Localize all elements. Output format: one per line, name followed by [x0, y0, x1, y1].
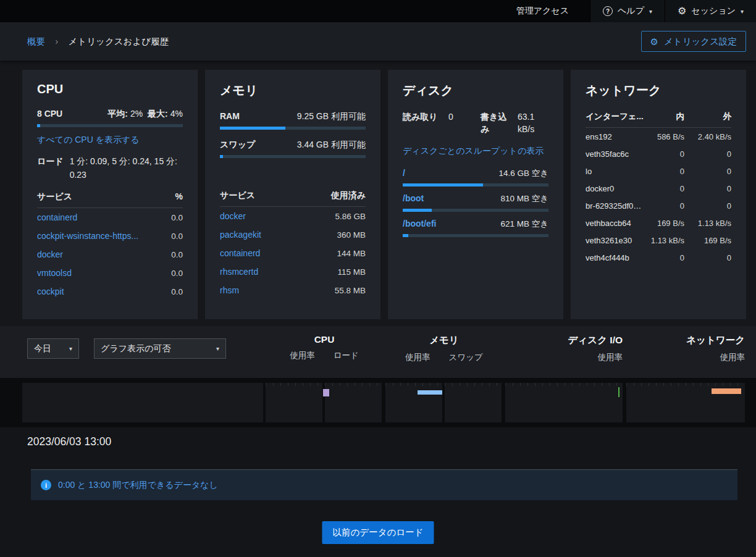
- swap-usage-meter: [220, 155, 366, 158]
- interface-in: 169 B/s: [645, 219, 684, 228]
- chevron-down-icon: ▾: [741, 8, 744, 15]
- disk-card-title: ディスク: [403, 82, 548, 99]
- memory-service-table-header: サービス 使用済み: [220, 190, 366, 207]
- cpu-load-data-mark: [323, 389, 329, 396]
- breadcrumb-overview-link[interactable]: 概要: [27, 36, 45, 46]
- interface-out: 0: [684, 149, 731, 159]
- cpu-count: 8 CPU: [37, 109, 62, 119]
- network-table-header: インターフェ... 内 外: [586, 111, 731, 128]
- interface-row: lo 0 0: [586, 162, 731, 180]
- interface-row: ens192 586 B/s 2.40 kB/s: [586, 128, 731, 145]
- chevron-down-icon: ▾: [69, 345, 72, 352]
- memory-card-title: メモリ: [220, 82, 366, 99]
- memory-card: メモリ RAM 9.25 GB 利用可能 スワップ 3.44 GB 利用可能: [205, 70, 380, 319]
- cpu-load-label: ロード: [37, 155, 64, 182]
- disk-column-title: ディスク I/O: [505, 334, 623, 347]
- interface-row: veth35fac6c 0 0: [586, 145, 731, 162]
- history-section: 2023/06/03 13:00 i 0:00 と 13:00 間で利用できるデ…: [0, 427, 756, 557]
- service-value: 0.0: [171, 213, 183, 222]
- current-metrics-cards: CPU 8 CPU 平均:2% 最大:4% すべての CPU を表示する ロード…: [0, 61, 756, 326]
- interface-in: 0: [645, 201, 684, 211]
- disk-throughput-link[interactable]: ディスクごとのスループットの表示: [403, 146, 544, 157]
- date-range-select[interactable]: 今日 ▾: [27, 338, 79, 359]
- breadcrumb: 概要 › メトリックスおよび履歴: [27, 36, 169, 48]
- cpu-service-row: containerd 0.0: [37, 208, 183, 227]
- info-alert-text: 0:00 と 13:00 間で利用できるデータなし: [58, 480, 218, 491]
- network-usage-toggle[interactable]: 使用率: [720, 352, 746, 363]
- ram-usage-meter: [220, 127, 366, 130]
- help-menu-toggle[interactable]: ? ヘルプ ▾: [590, 0, 665, 22]
- cpu-usage-toggle[interactable]: 使用率: [290, 350, 315, 361]
- mount-free-value: 14.6 GB 空き: [498, 168, 548, 179]
- interface-out: 0: [684, 167, 731, 176]
- swap-available-value: 3.44 GB 利用可能: [297, 140, 366, 151]
- tick-marks: [385, 383, 442, 386]
- service-link[interactable]: containerd: [220, 248, 260, 258]
- cpu-usage-graph: [266, 383, 322, 422]
- mount-link[interactable]: /: [403, 168, 405, 178]
- metrics-settings-button[interactable]: ⚙ メトリックス設定: [641, 31, 747, 52]
- cpu-service-row: vmtoolsd 0.0: [37, 264, 183, 282]
- cpu-load: ロード 1 分: 0.09, 5 分: 0.24, 15 分: 0.23: [37, 155, 183, 182]
- service-value: 360 MB: [337, 230, 366, 240]
- graph-visibility-select[interactable]: グラフ表示の可否 ▾: [94, 338, 226, 359]
- cpu-usage-meter-fill: [37, 124, 40, 127]
- service-value: 55.8 MB: [335, 286, 366, 295]
- date-range-value: 今日: [34, 343, 51, 354]
- percent-column-header: %: [175, 191, 183, 203]
- interface-row: vethbaccb64 169 B/s 1.13 kB/s: [586, 214, 731, 232]
- mount-usage-meter-fill: [403, 183, 483, 186]
- mount-link[interactable]: /boot/efi: [403, 219, 436, 228]
- load-earlier-data-button[interactable]: 以前のデータのロード: [322, 521, 434, 544]
- gear-icon: ⚙: [650, 37, 658, 46]
- mount-usage-meter-fill: [403, 234, 408, 237]
- disk-read-label: 読み取り: [403, 111, 443, 135]
- memory-service-row: docker 5.86 GB: [220, 207, 366, 225]
- disk-usage-toggle[interactable]: 使用率: [598, 352, 623, 363]
- disk-card: ディスク 読み取り 0 書き込み 63.1 kB/s ディスクごとのスループット…: [388, 70, 563, 319]
- graph-column-memory: メモリ 使用率 スワップ: [385, 334, 503, 363]
- interface-name: br-629325df0a28: [586, 201, 645, 211]
- in-column-header: 内: [645, 111, 684, 122]
- view-all-cpus-link[interactable]: すべての CPU を表示する: [37, 135, 140, 146]
- service-value: 0.0: [171, 232, 183, 241]
- service-link[interactable]: rhsm: [220, 285, 239, 295]
- masthead: 管理アクセス ? ヘルプ ▾ ⚙ セッション ▾: [0, 0, 756, 22]
- service-link[interactable]: cockpit: [37, 287, 64, 296]
- service-link[interactable]: vmtoolsd: [37, 268, 72, 278]
- service-column-header: サービス: [220, 190, 255, 201]
- disk-io-data-mark: [618, 387, 620, 397]
- interface-in: 0: [645, 149, 684, 159]
- interface-row: veth4cf444b 0 0: [586, 249, 731, 266]
- info-icon: i: [41, 480, 51, 490]
- admin-access-button[interactable]: 管理アクセス: [504, 0, 581, 22]
- memory-usage-toggle[interactable]: 使用率: [405, 352, 430, 363]
- admin-access-label: 管理アクセス: [516, 6, 569, 17]
- memory-service-row: packagekit 360 MB: [220, 225, 366, 244]
- service-link[interactable]: rhsmcertd: [220, 267, 258, 277]
- disk-write-label: 書き込み: [481, 111, 513, 135]
- memory-service-row: rhsmcertd 115 MB: [220, 262, 366, 281]
- cpu-load-toggle[interactable]: ロード: [334, 350, 359, 361]
- service-link[interactable]: packagekit: [220, 230, 261, 240]
- session-menu-toggle[interactable]: ⚙ セッション ▾: [665, 0, 756, 22]
- session-label: セッション: [691, 6, 736, 17]
- mount-row: /boot/efi 621 MB 空き: [403, 219, 548, 237]
- cpu-service-table-header: サービス %: [37, 191, 183, 208]
- mount-link[interactable]: /boot: [403, 193, 424, 203]
- service-link[interactable]: docker: [37, 249, 63, 259]
- service-link[interactable]: cockpit-wsinstance-https...: [37, 231, 138, 241]
- memory-service-row: rhsm 55.8 MB: [220, 281, 366, 299]
- interface-in: 586 B/s: [645, 132, 684, 141]
- metrics-history-page: 管理アクセス ? ヘルプ ▾ ⚙ セッション ▾ 概要 › メトリックスおよび履…: [0, 0, 756, 557]
- interface-in: 0: [645, 167, 684, 176]
- history-date-heading: 2023/06/03 13:00: [27, 435, 111, 448]
- memory-swap-toggle[interactable]: スワップ: [449, 352, 483, 363]
- service-value: 115 MB: [337, 267, 366, 277]
- ram-available-value: 9.25 GB 利用可能: [297, 111, 366, 122]
- memory-service-row: containerd 144 MB: [220, 244, 366, 262]
- graph-panel-left: [22, 383, 263, 422]
- service-link[interactable]: docker: [220, 211, 246, 221]
- service-link[interactable]: containerd: [37, 212, 77, 222]
- disk-read-value: 0: [448, 111, 476, 135]
